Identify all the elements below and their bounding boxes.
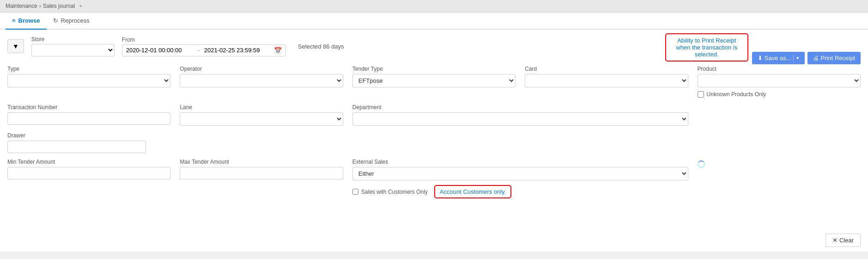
- transaction-number-field: Transaction Number: [7, 104, 170, 125]
- bottom-bar: ✕ Clear: [826, 234, 861, 247]
- filter-button[interactable]: ▼: [7, 39, 24, 53]
- unknown-products-checkbox[interactable]: [698, 91, 704, 98]
- max-tender-field: Max Tender Amount: [180, 159, 343, 179]
- operator-select[interactable]: [180, 74, 343, 87]
- spinner-col: [698, 159, 861, 173]
- print-icon: 🖨: [813, 55, 819, 62]
- date-range-field: From → 📅: [122, 37, 286, 56]
- type-field: Type: [7, 66, 170, 87]
- clear-button[interactable]: ✕ Clear: [826, 234, 861, 247]
- card-select[interactable]: [525, 74, 688, 87]
- operator-label: Operator: [180, 66, 343, 72]
- loading-spinner: [698, 160, 705, 168]
- store-field: Store: [31, 36, 115, 56]
- from-label: From: [122, 37, 286, 43]
- lane-select[interactable]: [180, 112, 343, 126]
- print-receipt-button[interactable]: 🖨 Print Receipt: [807, 52, 861, 64]
- external-sales-select[interactable]: Either Yes No: [352, 167, 688, 180]
- lane-field: Lane: [180, 104, 343, 126]
- reprocess-icon: ↻: [53, 17, 58, 24]
- date-range-input: → 📅: [122, 44, 286, 56]
- browse-icon: ≡: [12, 17, 16, 24]
- unknown-products-label: Unknown Products Only: [707, 91, 766, 98]
- sales-customers-label: Sales with Customers Only: [361, 189, 428, 195]
- external-sales-field: External Sales Either Yes No Sales with …: [352, 159, 688, 198]
- form-row-4: Min Tender Amount Max Tender Amount Exte…: [7, 159, 861, 198]
- drawer-row: Drawer: [7, 132, 861, 153]
- min-tender-input[interactable]: [7, 167, 170, 179]
- breadcrumb-pin[interactable]: ✦: [79, 3, 83, 9]
- tender-type-label: Tender Type: [352, 66, 516, 72]
- date-to-input[interactable]: [204, 47, 271, 54]
- nav-browse[interactable]: ≡ Browse: [6, 12, 47, 30]
- department-label: Department: [352, 104, 688, 111]
- type-select[interactable]: [7, 74, 170, 87]
- external-sales-label: External Sales: [352, 159, 688, 165]
- operator-field: Operator: [180, 66, 343, 87]
- product-select[interactable]: [698, 74, 861, 87]
- form-row-2: Transaction Number Lane Department: [7, 104, 861, 126]
- type-label: Type: [7, 66, 170, 72]
- unknown-products-row: Unknown Products Only: [698, 91, 861, 98]
- breadcrumb-arrow: ›: [39, 3, 41, 9]
- drawer-field: Drawer: [7, 132, 146, 153]
- print-receipt-tooltip: Ability to Print Receipt when the transa…: [665, 33, 748, 62]
- sales-customers-row: Sales with Customers Only Account Custom…: [352, 185, 688, 198]
- save-dropdown-arrow[interactable]: ▾: [793, 55, 799, 61]
- tender-type-select[interactable]: EFTpose Cash Card Other: [352, 74, 516, 87]
- breadcrumb-current: Sales journal: [43, 3, 75, 9]
- account-customers-tooltip: Account Customers only.: [434, 185, 512, 198]
- nav-reprocess-label: Reprocess: [61, 17, 90, 24]
- print-receipt-label: Print Receipt: [821, 55, 855, 62]
- clear-label: Clear: [839, 237, 854, 244]
- nav-browse-label: Browse: [18, 17, 40, 24]
- clear-icon: ✕: [832, 237, 838, 244]
- date-separator: →: [196, 47, 201, 54]
- product-field: Product Unknown Products Only: [698, 66, 861, 98]
- content-area: ▼ Store From → 📅 Selected 86 days Abilit…: [0, 30, 868, 252]
- breadcrumb: Maintenance › Sales journal ✦: [0, 0, 868, 12]
- selected-days: Selected 86 days: [298, 43, 344, 50]
- sales-customers-checkbox[interactable]: [352, 189, 358, 195]
- form-row-1: Type Operator Tender Type EFTpose Cash C…: [7, 66, 861, 98]
- date-from-input[interactable]: [126, 47, 193, 54]
- product-label: Product: [698, 66, 861, 72]
- transaction-number-input[interactable]: [7, 112, 170, 125]
- min-tender-field: Min Tender Amount: [7, 159, 170, 179]
- max-tender-input[interactable]: [180, 167, 343, 179]
- download-icon: ⬇: [758, 55, 763, 62]
- drawer-label: Drawer: [7, 132, 146, 139]
- nav-reprocess[interactable]: ↻ Reprocess: [47, 12, 96, 30]
- store-select[interactable]: [31, 44, 115, 56]
- drawer-input[interactable]: [7, 141, 146, 153]
- store-label: Store: [31, 36, 115, 43]
- lane-label: Lane: [180, 104, 343, 111]
- save-as-label: Save as...: [765, 55, 791, 62]
- department-select[interactable]: [352, 112, 688, 126]
- min-tender-label: Min Tender Amount: [7, 159, 170, 165]
- breadcrumb-maintenance[interactable]: Maintenance: [6, 3, 37, 9]
- transaction-number-label: Transaction Number: [7, 104, 170, 111]
- department-field: Department: [352, 104, 688, 126]
- calendar-icon[interactable]: 📅: [274, 47, 282, 54]
- nav-bar: ≡ Browse ↻ Reprocess: [0, 12, 868, 30]
- top-right-actions: Ability to Print Receipt when the transa…: [665, 33, 861, 64]
- card-field: Card: [525, 66, 688, 87]
- card-label: Card: [525, 66, 688, 72]
- tender-type-field: Tender Type EFTpose Cash Card Other: [352, 66, 516, 87]
- max-tender-label: Max Tender Amount: [180, 159, 343, 165]
- save-as-button[interactable]: ⬇ Save as... ▾: [752, 52, 805, 64]
